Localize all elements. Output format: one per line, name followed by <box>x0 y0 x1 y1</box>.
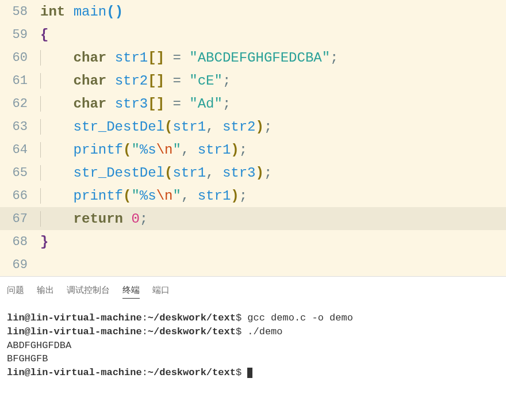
code-line[interactable]: 68} <box>0 230 506 253</box>
line-number: 68 <box>0 235 40 249</box>
code-content[interactable]: { <box>40 27 48 43</box>
panel-tab[interactable]: 端口 <box>152 285 170 299</box>
line-number: 59 <box>0 28 40 42</box>
code-line[interactable]: 62 char str3[] = "Ad"; <box>0 92 506 115</box>
line-number: 66 <box>0 189 40 203</box>
line-number: 61 <box>0 74 40 88</box>
indent-guide <box>40 50 41 66</box>
panel-tab[interactable]: 问题 <box>7 285 24 299</box>
code-content[interactable]: str_DestDel(str1, str3); <box>40 165 272 181</box>
terminal-output-line: BFGHGFB <box>7 352 499 366</box>
line-number: 63 <box>0 120 40 134</box>
code-content[interactable]: char str3[] = "Ad"; <box>40 96 231 112</box>
indent-guide <box>40 142 41 158</box>
bottom-panel: 问题输出调试控制台终端端口 lin@lin-virtual-machine:~/… <box>0 276 506 420</box>
code-content[interactable]: return 0; <box>40 211 148 227</box>
indent-guide <box>40 96 41 112</box>
code-line[interactable]: 63 str_DestDel(str1, str2); <box>0 115 506 138</box>
line-number: 64 <box>0 143 40 157</box>
code-line[interactable]: 69 <box>0 253 506 276</box>
code-content[interactable]: char str2[] = "cE"; <box>40 73 231 89</box>
terminal-cursor <box>247 368 252 378</box>
panel-tab[interactable]: 输出 <box>37 285 54 299</box>
terminal-view[interactable]: lin@lin-virtual-machine:~/deskwork/text$… <box>0 307 506 384</box>
line-number: 60 <box>0 51 40 65</box>
code-line[interactable]: 59{ <box>0 23 506 46</box>
terminal-prompt-line: lin@lin-virtual-machine:~/deskwork/text$… <box>7 325 499 339</box>
terminal-output-line: ABDFGHGFDBA <box>7 339 499 353</box>
line-number: 58 <box>0 5 40 19</box>
code-content[interactable]: printf("%s\n", str1); <box>40 188 247 204</box>
code-line[interactable]: 58int main() <box>0 0 506 23</box>
panel-tabs: 问题输出调试控制台终端端口 <box>0 285 506 307</box>
indent-guide <box>40 119 41 135</box>
panel-tab[interactable]: 终端 <box>122 285 140 299</box>
code-line[interactable]: 65 str_DestDel(str1, str3); <box>0 161 506 184</box>
line-number: 65 <box>0 166 40 180</box>
indent-guide <box>40 165 41 181</box>
code-line[interactable]: 67 return 0; <box>0 207 506 230</box>
terminal-prompt-line: lin@lin-virtual-machine:~/deskwork/text$ <box>7 366 499 380</box>
line-number: 62 <box>0 97 40 111</box>
code-content[interactable]: int main() <box>40 4 123 20</box>
indent-guide <box>40 211 41 227</box>
indent-guide <box>40 73 41 89</box>
code-line[interactable]: 66 printf("%s\n", str1); <box>0 184 506 207</box>
line-number: 67 <box>0 212 40 226</box>
code-content[interactable]: } <box>40 234 48 250</box>
code-line[interactable]: 61 char str2[] = "cE"; <box>0 69 506 92</box>
code-content[interactable]: printf("%s\n", str1); <box>40 142 247 158</box>
code-content[interactable]: char str1[] = "ABCDEFGHGFEDCBA"; <box>40 50 339 66</box>
code-content[interactable]: str_DestDel(str1, str2); <box>40 119 272 135</box>
code-editor[interactable]: 58int main()59{60 char str1[] = "ABCDEFG… <box>0 0 506 276</box>
terminal-prompt-line: lin@lin-virtual-machine:~/deskwork/text$… <box>7 311 499 325</box>
line-number: 69 <box>0 258 40 272</box>
indent-guide <box>40 188 41 204</box>
panel-tab[interactable]: 调试控制台 <box>67 285 110 299</box>
code-line[interactable]: 64 printf("%s\n", str1); <box>0 138 506 161</box>
code-line[interactable]: 60 char str1[] = "ABCDEFGHGFEDCBA"; <box>0 46 506 69</box>
